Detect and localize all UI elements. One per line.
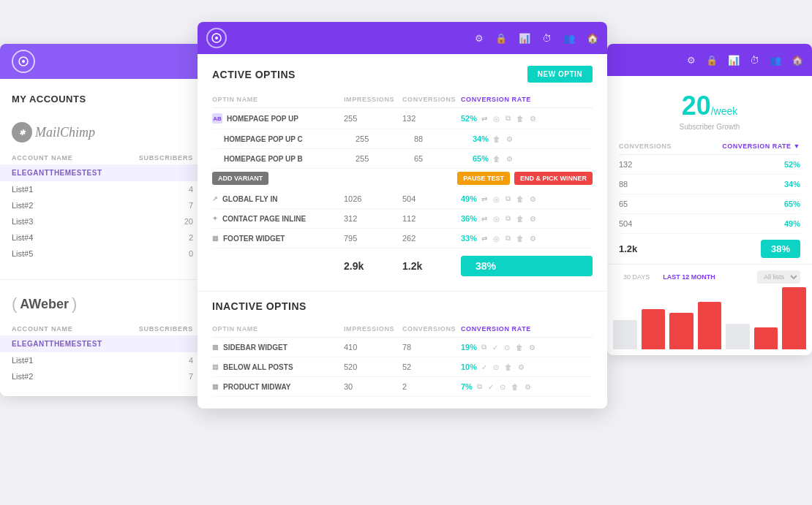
- act2-icon2[interactable]: ⊙: [493, 363, 499, 371]
- midway-icon: ▦: [212, 383, 219, 390]
- settings-icon-4[interactable]: ◎: [493, 235, 500, 243]
- stats-big-number: 20: [682, 91, 711, 121]
- mailchimp-section: ✱ MailChimp ACCOUNT NAME SUBSCRIBERS ELE…: [0, 113, 205, 273]
- table-row: ▤ BELOW ALL POSTS 520 52 10% ✓ ⊙ 🗑 ⚙: [212, 357, 593, 377]
- add-variant-button[interactable]: ADD VARIANT: [212, 172, 268, 185]
- mc-list-2: List#2 7: [0, 197, 205, 213]
- del-icon-2[interactable]: 🗑: [516, 195, 524, 203]
- share-icon-4[interactable]: ⇄: [481, 235, 487, 243]
- active-totals: 2.9k 1.2k 38%: [212, 248, 593, 279]
- stats-conv-header: CONVERSIONS: [619, 143, 672, 150]
- mailchimp-logo: ✱ MailChimp: [12, 122, 95, 143]
- stats-table-header: CONVERSIONS CONVERSION RATE ▼: [619, 140, 800, 155]
- optins-chart-icon[interactable]: 📊: [519, 33, 530, 44]
- optins-logo-icon: [206, 28, 227, 48]
- act1-icon3[interactable]: ⊙: [504, 343, 510, 352]
- mc-list-3: List#3 20: [0, 213, 205, 229]
- gear-icon[interactable]: ⚙: [530, 115, 536, 123]
- delete-icon-1a[interactable]: 🗑: [493, 135, 500, 143]
- list-filter-select[interactable]: All lists: [757, 270, 800, 284]
- chart-bar: [726, 324, 750, 349]
- stats-top-bar: ⚙ 🔒 📊 ⏱ 👥 🏠: [607, 44, 812, 76]
- aweber-logo: ( AWeber ): [12, 295, 77, 314]
- del-icon-3[interactable]: 🗑: [516, 215, 524, 223]
- act3-icon1[interactable]: ⧉: [477, 382, 482, 391]
- share-icon-3[interactable]: ⇄: [481, 215, 487, 223]
- end-pick-button[interactable]: END & PICK WINNER: [514, 172, 593, 185]
- stats-lock-icon[interactable]: 🔒: [706, 55, 718, 66]
- table-row: HOMEPAGE POP UP C 255 88 34% 🗑 ⚙: [212, 129, 593, 149]
- dup-icon-2[interactable]: ⧉: [505, 194, 511, 203]
- stats-table: CONVERSIONS CONVERSION RATE ▼ 132 52% 88…: [607, 140, 812, 264]
- filter-30-days[interactable]: 30 DAYS: [619, 271, 654, 283]
- stats-per-week: /week: [711, 105, 738, 117]
- aw-list-2: List#2 7: [0, 368, 205, 384]
- del-icon-4[interactable]: 🗑: [516, 235, 524, 243]
- gear-icon-1a[interactable]: ⚙: [506, 135, 513, 143]
- dup-icon-3[interactable]: ⧉: [505, 214, 511, 223]
- inactive-table-header: OPTIN NAME IMPRESSIONS CONVERSIONS CONVE…: [212, 322, 593, 338]
- stats-users-icon[interactable]: 👥: [770, 55, 781, 66]
- table-row: ▦ SIDEBAR WIDGET 410 78 19% ⧉ ✓ ⊙ 🗑 ⚙: [212, 338, 593, 357]
- stats-filters: 30 DAYS LAST 12 MONTH All lists: [607, 264, 812, 289]
- stats-sub-label: Subscriber Growth: [619, 123, 800, 131]
- settings-icon[interactable]: ◎: [493, 115, 500, 123]
- table-row: AB HOMEPAGE POP UP 255 132 52% ⇄ ◎ ⧉ 🗑 ⚙: [212, 108, 593, 129]
- col-impressions: IMPRESSIONS: [344, 96, 402, 103]
- accounts-logo-icon: [12, 50, 35, 73]
- act3-icon4[interactable]: 🗑: [511, 383, 519, 391]
- optin-name-4: ▦ FOOTER WIDGET: [212, 235, 344, 243]
- act3-icon5[interactable]: ⚙: [525, 383, 531, 391]
- optins-panel: ⚙ 🔒 📊 ⏱ 👥 🏠 ACTIVE OPTINS NEW OPTIN OPTI…: [198, 22, 607, 409]
- stats-gear-icon[interactable]: ⚙: [687, 55, 696, 66]
- chart-bar: [613, 320, 637, 349]
- optin-name-1b: HOMEPAGE POP UP B: [224, 155, 356, 163]
- total-conversions: 1.2k: [402, 260, 461, 272]
- stats-chart-icon[interactable]: 📊: [728, 55, 740, 66]
- gear-icon-1b[interactable]: ⚙: [506, 155, 513, 163]
- share-icon[interactable]: ⇄: [481, 115, 487, 123]
- optins-gear-icon[interactable]: ⚙: [475, 33, 484, 44]
- act1-icon5[interactable]: ⚙: [529, 343, 535, 352]
- stats-home-icon[interactable]: 🏠: [792, 55, 803, 66]
- gear-icon-2[interactable]: ⚙: [530, 195, 536, 203]
- gear-icon-3[interactable]: ⚙: [530, 215, 536, 223]
- inactive-optins-section: INACTIVE OPTINS OPTIN NAME IMPRESSIONS C…: [198, 291, 607, 409]
- optin-name-1a: HOMEPAGE POP UP C: [224, 135, 356, 143]
- chart-bar: [669, 313, 693, 349]
- duplicate-icon[interactable]: ⧉: [505, 114, 511, 123]
- flyout-icon: ↗: [212, 195, 218, 202]
- settings-icon-2[interactable]: ◎: [493, 195, 500, 203]
- aw-subscribers-label: SUBSCRIBERS: [139, 325, 193, 333]
- optins-lock-icon[interactable]: 🔒: [495, 33, 507, 44]
- aw-account-highlight: ELEGANTTHEMESTEST: [0, 335, 205, 352]
- gear-icon-4[interactable]: ⚙: [530, 235, 536, 243]
- act1-icon2[interactable]: ✓: [492, 343, 498, 352]
- act3-icon3[interactable]: ⊙: [500, 383, 505, 391]
- act3-icon2[interactable]: ✓: [488, 383, 494, 391]
- col-rate: CONVERSION RATE: [461, 96, 593, 103]
- posts-icon: ▤: [212, 363, 219, 371]
- delete-icon-1b[interactable]: 🗑: [493, 155, 500, 163]
- share-icon-2[interactable]: ⇄: [481, 195, 487, 203]
- pause-test-button[interactable]: PAUSE TEST: [457, 172, 510, 185]
- stats-growth-number-row: 20/week: [619, 91, 800, 121]
- delete-icon[interactable]: 🗑: [516, 115, 524, 123]
- optins-clock-icon[interactable]: ⏱: [542, 33, 552, 44]
- filter-12-month[interactable]: LAST 12 MONTH: [658, 271, 720, 283]
- mc-list-1: List#1 4: [0, 181, 205, 197]
- act2-icon4[interactable]: ⚙: [518, 363, 525, 371]
- optins-home-icon[interactable]: 🏠: [587, 33, 598, 44]
- new-optin-button[interactable]: NEW OPTIN: [527, 66, 593, 83]
- dup-icon-4[interactable]: ⧉: [505, 234, 511, 243]
- act2-icon1[interactable]: ✓: [481, 363, 487, 371]
- svg-point-3: [215, 37, 218, 39]
- act1-icon1[interactable]: ⧉: [481, 343, 486, 352]
- act1-icon4[interactable]: 🗑: [516, 343, 523, 352]
- act2-icon3[interactable]: 🗑: [505, 363, 512, 371]
- stats-clock-icon[interactable]: ⏱: [750, 55, 759, 66]
- stats-total-rate: 38%: [761, 240, 800, 258]
- widget-icon-4: ▦: [212, 235, 219, 242]
- settings-icon-3[interactable]: ◎: [493, 215, 500, 223]
- optins-users-icon[interactable]: 👥: [563, 33, 575, 44]
